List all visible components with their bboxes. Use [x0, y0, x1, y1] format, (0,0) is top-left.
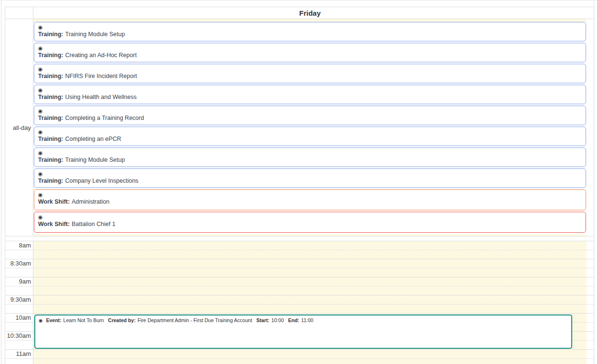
- scroll-gutter: [587, 314, 593, 322]
- time-slot-row: 9am: [5, 277, 594, 286]
- event-category: Training:: [38, 177, 63, 184]
- time-axis-cell: [5, 268, 33, 277]
- eye-icon: ◉: [38, 128, 582, 135]
- all-day-axis-cell: all-day: [5, 19, 33, 236]
- event-category: Training:: [38, 52, 63, 59]
- eye-icon: ◉: [38, 24, 582, 30]
- all-day-event-work-shift[interactable]: ◉ Work Shift:Administration: [34, 189, 586, 210]
- time-label: 10:30am: [5, 332, 33, 340]
- time-slot-row: [5, 268, 594, 277]
- outer-left-border: [1, 0, 1, 364]
- eye-icon: ◉: [38, 66, 582, 72]
- allday-timegrid-divider: [5, 236, 594, 241]
- event-title: Battalion Chief 1: [71, 221, 115, 227]
- eye-icon: ◉: [38, 149, 582, 156]
- scroll-gutter: [587, 332, 593, 340]
- event-category: Training:: [38, 136, 63, 142]
- time-slot[interactable]: [33, 250, 587, 259]
- all-day-event[interactable]: ◉ Training:Using Health and Wellness: [34, 85, 586, 104]
- time-axis-cell: [5, 305, 33, 313]
- field-value: Learn Not To Burn: [63, 317, 104, 323]
- time-axis-cell: 9:30am: [5, 295, 33, 304]
- event-title: NFIRS Fire Incident Report: [65, 73, 137, 79]
- scroll-gutter: [587, 295, 593, 304]
- time-slot-row: [5, 304, 594, 313]
- time-label: 9am: [5, 277, 33, 285]
- scroll-gutter: [587, 286, 593, 295]
- event-category: Training:: [38, 94, 63, 100]
- scroll-gutter: [587, 305, 593, 313]
- time-slot[interactable]: [33, 350, 587, 358]
- eye-icon: ◉: [38, 45, 582, 51]
- event-title: Creating an Ad-Hoc Report: [65, 52, 137, 59]
- scroll-gutter: [587, 268, 593, 277]
- event-category: Training:: [38, 31, 63, 38]
- time-slot-row: 8:30am: [5, 259, 594, 268]
- time-axis-cell: 11am: [5, 350, 33, 358]
- event-title: Administration: [71, 198, 109, 205]
- event-title: Completing an ePCR: [65, 136, 121, 142]
- time-slot-row: [5, 250, 594, 259]
- all-day-event[interactable]: ◉ Training:Training Module Setup: [34, 148, 586, 167]
- all-day-event[interactable]: ◉ Training:Training Module Setup: [34, 22, 586, 41]
- time-grid: 8am 8:30am 9am: [5, 241, 594, 364]
- event-category: Training:: [38, 73, 63, 79]
- time-axis-cell: 9am: [5, 277, 33, 286]
- calendar-table: Friday all-day ◉ Training:Training Modul…: [5, 7, 594, 364]
- field-value: 10:00: [271, 317, 283, 323]
- all-day-event[interactable]: ◉ Training:Creating an Ad-Hoc Report: [34, 43, 586, 62]
- all-day-event[interactable]: ◉ Training:Completing a Training Record: [34, 106, 586, 125]
- timed-event[interactable]: ◉Event:Learn Not To BurnCreated by:Fire …: [34, 315, 572, 349]
- time-axis-cell: 10am: [5, 314, 33, 322]
- day-header: Friday: [33, 7, 587, 19]
- time-slot-row: 11am: [5, 349, 594, 358]
- today-highlight-strip: [33, 234, 587, 236]
- scroll-gutter: [587, 277, 593, 286]
- time-slot[interactable]: [33, 359, 587, 364]
- scroll-gutter: [587, 341, 593, 349]
- scroll-gutter: [587, 359, 593, 364]
- field-value: Fire Department Admin - First Due Traini…: [138, 317, 252, 323]
- all-day-event[interactable]: ◉ Training:Company Level Inspections: [34, 168, 586, 188]
- time-slot[interactable]: [33, 305, 587, 313]
- time-slot[interactable]: [33, 286, 587, 295]
- time-slot-row: 9:30am: [5, 295, 594, 304]
- time-axis-cell: 10:30am: [5, 332, 33, 340]
- header-axis-cell: [5, 7, 33, 19]
- eye-icon: ◉: [38, 87, 582, 93]
- calendar-right-border: [594, 0, 594, 364]
- event-title: Training Module Setup: [65, 31, 125, 38]
- event-category: Work Shift:: [38, 198, 70, 205]
- time-slot-row: 8am: [5, 241, 594, 250]
- field-value: 11:00: [301, 317, 314, 323]
- time-axis-cell: [5, 341, 33, 349]
- all-day-event[interactable]: ◉ Training:Completing an ePCR: [34, 127, 586, 146]
- time-axis-cell: [5, 323, 33, 331]
- eye-icon: ◉: [39, 318, 43, 323]
- event-title: Using Health and Wellness: [65, 94, 137, 100]
- time-slot[interactable]: [33, 295, 587, 304]
- time-slot[interactable]: [33, 241, 587, 250]
- time-slot[interactable]: [33, 268, 587, 277]
- time-slot-row: [5, 358, 594, 364]
- all-day-event[interactable]: ◉ Training:NFIRS Fire Incident Report: [34, 64, 586, 83]
- time-label: 8am: [5, 241, 33, 249]
- time-axis-cell: [5, 286, 33, 295]
- day-header-row: Friday: [5, 7, 594, 19]
- time-slot[interactable]: [33, 259, 587, 268]
- time-slot-row: [5, 286, 594, 295]
- event-title: Completing a Training Record: [65, 115, 144, 121]
- time-label: 11am: [5, 350, 33, 358]
- scroll-gutter: [587, 19, 593, 236]
- all-day-event-work-shift[interactable]: ◉ Work Shift:Battalion Chief 1: [34, 212, 586, 233]
- time-slot[interactable]: [33, 277, 587, 286]
- all-day-label: all-day: [13, 124, 33, 131]
- scroll-gutter: [587, 259, 593, 268]
- event-title: Training Module Setup: [65, 157, 125, 163]
- time-axis-cell: 8:30am: [5, 259, 33, 268]
- time-axis-cell: [5, 359, 33, 364]
- scroll-gutter: [587, 241, 593, 250]
- time-axis-cell: [5, 250, 33, 259]
- all-day-events-column[interactable]: ◉ Training:Training Module Setup ◉ Train…: [33, 19, 587, 236]
- event-title: Company Level Inspections: [65, 177, 139, 184]
